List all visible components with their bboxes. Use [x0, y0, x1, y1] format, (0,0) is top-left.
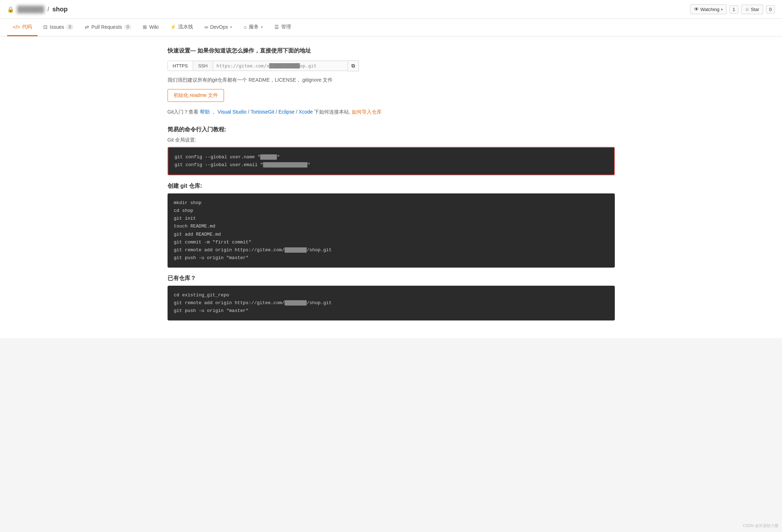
- protocol-row: HTTPS SSH ⧉: [168, 60, 615, 71]
- issues-icon: ⊡: [43, 24, 48, 30]
- watch-count: 1: [729, 5, 738, 13]
- service-icon: ⌂: [244, 24, 246, 30]
- repo-name-text: shop: [53, 6, 68, 13]
- nav-item-manage[interactable]: ☰ 管理: [269, 19, 297, 36]
- xcode-link[interactable]: Xcode: [299, 109, 313, 115]
- lock-icon: 🔒: [7, 6, 14, 13]
- existing-repo-label: 已有仓库？: [168, 275, 615, 282]
- links-prefix: Git入门？查看: [168, 109, 200, 115]
- code-create-block: mkdir shop cd shop git init touch README…: [168, 193, 615, 268]
- create-line-5: git add README.md: [174, 231, 608, 238]
- code-existing-block: cd existing_git_repo git remote add orig…: [168, 286, 615, 320]
- watch-dropdown-icon: ▾: [721, 7, 723, 11]
- devops-dropdown-icon: ▾: [230, 25, 232, 29]
- header-left: 🔒 ██████ / shop: [7, 6, 68, 13]
- nav-item-wiki[interactable]: ⊞ Wiki: [137, 19, 164, 36]
- nav-item-code[interactable]: </> 代码: [7, 19, 38, 36]
- nav-item-pulls[interactable]: ⇄ Pull Requests 0: [79, 19, 137, 36]
- create-repo-label: 创建 git 仓库:: [168, 182, 615, 190]
- ssh-button[interactable]: SSH: [193, 61, 213, 71]
- header-right: 👁 Watching ▾ 1 ☆ Star 0: [690, 4, 775, 14]
- eye-icon: 👁: [694, 6, 699, 12]
- links-middle: 下如何连接本站,: [314, 109, 352, 115]
- links-sep1: ，: [211, 109, 216, 115]
- existing-line-3: git push -u origin "master": [174, 307, 608, 315]
- existing-line-1: cd existing_git_repo: [174, 291, 608, 299]
- star-count: 0: [766, 5, 775, 13]
- pipeline-icon: ⚡: [170, 24, 176, 30]
- nav-code-label: 代码: [22, 24, 32, 30]
- repo-title: ██████ / shop: [17, 6, 68, 13]
- nav-issues-label: Issues: [50, 24, 64, 30]
- username-text: ██████: [17, 6, 44, 13]
- nav-item-service[interactable]: ⌂ 服务 ▾: [238, 19, 268, 36]
- redacted-email: ████████████████: [263, 162, 307, 168]
- wiki-icon: ⊞: [143, 24, 147, 30]
- watch-label: Watching: [700, 7, 720, 12]
- content-area: 快速设置— 如果你知道该怎么操作，直接使用下面的地址 HTTPS SSH ⧉ 我…: [0, 37, 782, 338]
- vs-link[interactable]: Visual Studio: [218, 109, 246, 115]
- separator: /: [48, 6, 49, 13]
- git-global-label: Git 全局设置:: [168, 137, 615, 143]
- links-slash2: /: [276, 109, 279, 115]
- import-link[interactable]: 如何导入仓库: [352, 109, 382, 115]
- star-icon: ☆: [745, 7, 749, 12]
- https-button[interactable]: HTTPS: [168, 61, 193, 71]
- code-line-1: git config --global user.name "██████": [175, 153, 608, 161]
- nav-item-pipeline[interactable]: ⚡ 流水线: [164, 19, 199, 36]
- redacted-user2: ████████: [285, 300, 307, 306]
- nav-manage-label: 管理: [281, 24, 291, 30]
- create-line-4: touch README.md: [174, 223, 608, 230]
- nav-wiki-label: Wiki: [149, 24, 158, 30]
- copy-url-button[interactable]: ⧉: [348, 60, 359, 71]
- nav-item-devops[interactable]: ∞ DevOps ▾: [199, 19, 238, 36]
- pulls-icon: ⇄: [85, 24, 89, 30]
- page-header: 🔒 ██████ / shop 👁 Watching ▾ 1 ☆ Star 0: [0, 0, 782, 19]
- nav-service-label: 服务: [249, 24, 259, 30]
- create-line-6: git commit -m "first commit": [174, 238, 608, 246]
- create-line-7: git remote add origin https://gitee.com/…: [174, 246, 608, 254]
- service-dropdown-icon: ▾: [261, 25, 263, 29]
- nav-item-issues[interactable]: ⊡ Issues 0: [38, 19, 79, 36]
- redacted-user: ████████: [285, 247, 307, 253]
- pulls-badge: 0: [124, 24, 132, 30]
- issues-badge: 0: [66, 24, 74, 30]
- code-global-block: git config --global user.name "██████" g…: [168, 147, 615, 175]
- code-icon: </>: [13, 24, 20, 30]
- nav-pipeline-label: 流水线: [178, 24, 193, 30]
- repo-url-input[interactable]: [213, 61, 348, 71]
- eclipse-link[interactable]: Eclipse: [279, 109, 295, 115]
- links-row: Git入门？查看 帮助 ， Visual Studio / TortoiseGi…: [168, 109, 615, 115]
- create-line-1: mkdir shop: [174, 199, 608, 207]
- init-readme-button[interactable]: 初始化 readme 文件: [168, 89, 224, 102]
- nav-devops-label: DevOps: [210, 24, 228, 30]
- manage-icon: ☰: [274, 24, 279, 30]
- tortoise-link[interactable]: TortoiseGit: [251, 109, 274, 115]
- watch-button[interactable]: 👁 Watching ▾: [690, 4, 727, 14]
- help-link[interactable]: 帮助: [200, 109, 210, 115]
- readme-note: 我们强烈建议所有的git仓库都有一个 README，LICENSE，.gitig…: [168, 77, 615, 83]
- nav-bar: </> 代码 ⊡ Issues 0 ⇄ Pull Requests 0 ⊞ Wi…: [0, 19, 782, 37]
- create-line-3: git init: [174, 215, 608, 223]
- main-content: 快速设置— 如果你知道该怎么操作，直接使用下面的地址 HTTPS SSH ⧉ 我…: [160, 37, 622, 338]
- create-line-8: git push -u origin "master": [174, 254, 608, 262]
- redacted-name: ██████: [260, 154, 277, 160]
- nav-pulls-label: Pull Requests: [91, 24, 122, 30]
- quick-setup-title: 快速设置— 如果你知道该怎么操作，直接使用下面的地址: [168, 47, 615, 55]
- cmd-intro-title: 简易的命令行入门教程:: [168, 126, 615, 133]
- existing-line-2: git remote add origin https://gitee.com/…: [174, 299, 608, 307]
- code-line-2: git config --global user.email "████████…: [175, 161, 608, 169]
- copy-icon: ⧉: [351, 63, 355, 68]
- devops-icon: ∞: [204, 24, 208, 30]
- star-label: Star: [751, 7, 759, 12]
- star-button[interactable]: ☆ Star: [741, 5, 763, 14]
- create-line-2: cd shop: [174, 207, 608, 215]
- links-slash1: /: [248, 109, 251, 115]
